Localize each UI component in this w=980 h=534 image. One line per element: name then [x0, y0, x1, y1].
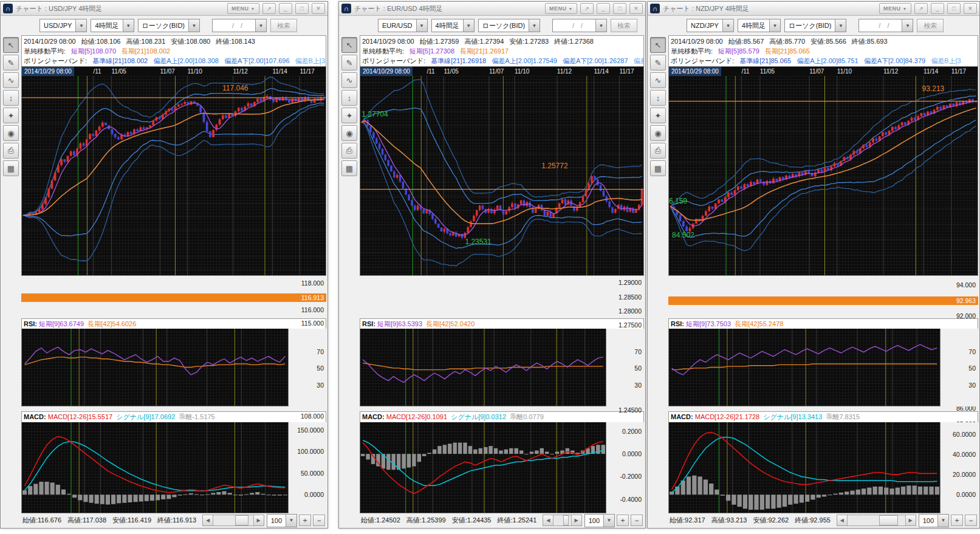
marks-tool[interactable]: ✦ — [341, 108, 357, 123]
bar-count-select[interactable]: 100 ▼ — [919, 514, 949, 527]
scrollbar-thumb[interactable] — [879, 515, 898, 525]
cursor-tool[interactable]: ↖ — [3, 37, 19, 53]
price-axis: 118.000117.000116.000115.000114.000113.0… — [21, 276, 326, 313]
popout-button[interactable]: ↗ — [580, 3, 594, 14]
pair-select[interactable]: NZD/JPY ▼ — [687, 19, 734, 32]
timeframe-select[interactable]: 4時間足 ▼ — [738, 19, 781, 32]
main-price-chart[interactable]: 1.277041.257721.23531 — [360, 76, 644, 276]
indicator-tool[interactable]: ∿ — [650, 72, 666, 88]
scroll-right-button[interactable]: ▶ — [253, 515, 264, 525]
timeframe-select[interactable]: 4時間足 ▼ — [431, 19, 475, 32]
cursor-tool[interactable]: ↖ — [341, 37, 357, 53]
close-button[interactable]: ✕ — [964, 3, 977, 14]
x-axis-label: 11/14 — [594, 67, 608, 76]
chevron-down-icon: ▼ — [835, 19, 846, 32]
chart-scrollbar[interactable]: ◀ ▶ — [543, 515, 581, 526]
marks-tool[interactable]: ✦ — [3, 108, 19, 123]
minimize-button[interactable]: _ — [931, 3, 944, 14]
marks-tool[interactable]: ✦ — [650, 108, 666, 123]
chart-type-select[interactable]: ローソク(BID) ▼ — [784, 19, 846, 32]
maximize-button[interactable]: □ — [613, 3, 626, 14]
visibility-tool[interactable]: ◉ — [341, 125, 357, 141]
scroll-left-button[interactable]: ◀ — [543, 515, 553, 525]
indicator-tool[interactable]: ∿ — [341, 72, 357, 88]
main-price-chart[interactable]: 93.2136.15984.502 — [668, 76, 978, 276]
scale-tool[interactable]: ↕ — [650, 90, 666, 106]
title-bar[interactable]: ∩ チャート : USD/JPY 4時間足 MENU ▼ ↗ _ □ ✕ — [1, 2, 327, 16]
draw-tool[interactable]: ✎ — [341, 55, 357, 70]
rsi-chart[interactable] — [360, 329, 606, 406]
scroll-left-button[interactable]: ◀ — [837, 515, 848, 525]
print-tool[interactable]: ⎙ — [341, 143, 357, 159]
title-bar[interactable]: ∩ チャート : EUR/USD 4時間足 MENU ▼ ↗ _ □ ✕ — [339, 2, 645, 16]
scroll-left-button[interactable]: ◀ — [203, 515, 213, 525]
grid-save-tool[interactable]: ▦ — [650, 160, 666, 176]
macd-chart[interactable] — [360, 422, 606, 513]
grid-save-tool[interactable]: ▦ — [3, 160, 19, 176]
chevron-down-icon: ▼ — [902, 19, 913, 32]
popout-button[interactable]: ↗ — [262, 3, 276, 14]
maximize-button[interactable]: □ — [295, 3, 309, 14]
scrollbar-track[interactable] — [553, 515, 571, 525]
zoom-out-button[interactable]: − — [965, 515, 977, 526]
search-button[interactable]: 検索 — [270, 19, 297, 32]
scroll-right-button[interactable]: ▶ — [571, 515, 581, 525]
scale-tool[interactable]: ↕ — [341, 90, 357, 106]
macd-chart[interactable] — [668, 422, 941, 513]
menu-button[interactable]: MENU ▼ — [227, 3, 259, 14]
bar-count-select[interactable]: 100 ▼ — [267, 514, 297, 527]
macd-chart[interactable] — [21, 422, 289, 513]
maximize-button[interactable]: □ — [947, 3, 961, 14]
zoom-out-button[interactable]: − — [313, 515, 325, 526]
date-input[interactable]: / / ▼ — [552, 19, 607, 32]
zoom-out-button[interactable]: − — [631, 515, 643, 526]
draw-tool[interactable]: ✎ — [3, 55, 19, 70]
sma-short-value: 短期[5]85.579 — [718, 47, 759, 55]
scrollbar-thumb[interactable] — [563, 515, 569, 525]
main-price-chart[interactable]: 117.046 — [21, 76, 326, 276]
menu-button[interactable]: MENU ▼ — [879, 3, 911, 14]
print-tool[interactable]: ⎙ — [3, 143, 19, 159]
search-button[interactable]: 検索 — [917, 19, 944, 32]
zoom-in-button[interactable]: ＋ — [299, 515, 311, 526]
print-tool[interactable]: ⎙ — [650, 143, 666, 159]
rsi-chart[interactable] — [21, 329, 289, 406]
date-input[interactable]: / / ▼ — [858, 19, 913, 32]
chart-scrollbar[interactable]: ◀ ▶ — [837, 515, 916, 526]
minimize-button[interactable]: _ — [597, 3, 610, 14]
scale-icon: ↕ — [9, 94, 13, 103]
draw-tool[interactable]: ✎ — [650, 55, 666, 70]
date-input[interactable]: / / ▼ — [212, 19, 267, 32]
indicator-tool[interactable]: ∿ — [3, 72, 19, 88]
grid-save-tool[interactable]: ▦ — [341, 160, 357, 176]
scrollbar-track[interactable] — [213, 515, 253, 525]
scroll-right-button[interactable]: ▶ — [905, 515, 916, 525]
rsi-chart[interactable] — [668, 329, 941, 406]
visibility-tool[interactable]: ◉ — [650, 125, 666, 141]
scrollbar-thumb[interactable] — [235, 515, 248, 525]
macd-kairi-value: 乖離7.8315 — [826, 413, 860, 420]
cursor-tool[interactable]: ↖ — [650, 37, 666, 53]
chart-type-select[interactable]: ローソク(BID) ▼ — [138, 19, 200, 32]
scale-tool[interactable]: ↕ — [3, 90, 19, 106]
pair-select[interactable]: EUR/USD ▼ — [378, 19, 428, 32]
title-bar[interactable]: ∩ チャート : NZD/JPY 4時間足 MENU ▼ ↗ _ □ ✕ — [648, 2, 979, 16]
popout-button[interactable]: ↗ — [914, 3, 928, 14]
search-button[interactable]: 検索 — [611, 19, 637, 32]
close-button[interactable]: ✕ — [629, 3, 643, 14]
bar-count-select[interactable]: 100 ▼ — [584, 514, 615, 527]
zoom-in-button[interactable]: ＋ — [617, 515, 629, 526]
close-button[interactable]: ✕ — [312, 3, 325, 14]
visibility-tool[interactable]: ◉ — [3, 125, 19, 141]
chart-type-select[interactable]: ローソク(BID) ▼ — [478, 19, 540, 32]
chart-scrollbar[interactable]: ◀ ▶ — [202, 515, 264, 526]
menu-button[interactable]: MENU ▼ — [545, 3, 577, 14]
rsi-axis-label: 70 — [968, 348, 976, 355]
minimize-button[interactable]: _ — [279, 3, 292, 14]
bb-basis-value: 基準線[21]1.26918 — [431, 57, 486, 64]
zoom-in-button[interactable]: ＋ — [951, 515, 963, 526]
timeframe-select[interactable]: 4時間足 ▼ — [91, 19, 134, 32]
pair-select[interactable]: USD/JPY ▼ — [39, 19, 87, 32]
scrollbar-track[interactable] — [848, 515, 905, 525]
visible-open: 92.317 — [685, 516, 705, 524]
